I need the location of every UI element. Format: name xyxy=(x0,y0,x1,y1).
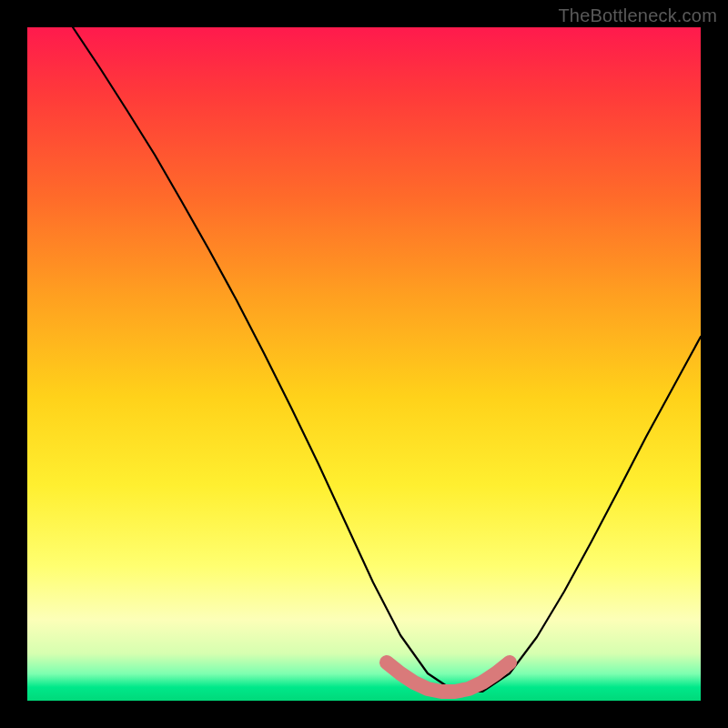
plot-area xyxy=(27,27,701,701)
chart-frame: TheBottleneck.com xyxy=(0,0,728,728)
watermark-text: TheBottleneck.com xyxy=(558,5,717,26)
highlight-segment xyxy=(387,662,510,692)
chart-svg xyxy=(27,27,701,701)
curve-line xyxy=(73,27,701,692)
